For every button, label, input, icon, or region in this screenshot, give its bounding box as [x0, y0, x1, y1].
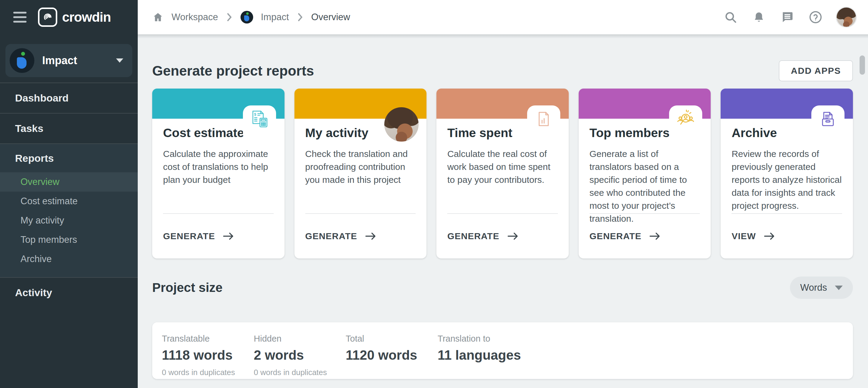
project-switcher[interactable]: Impact [5, 44, 132, 77]
project-logo-icon [241, 11, 253, 24]
chevron-down-icon [835, 286, 843, 290]
page-title: Generate project reports [152, 63, 314, 79]
topbar-actions [723, 7, 856, 27]
sidebar-item-reports-cost-estimate[interactable]: Cost estimate [0, 192, 138, 211]
help-icon[interactable] [808, 10, 823, 24]
sidebar-item-dashboard[interactable]: Dashboard [0, 83, 138, 113]
people-search-icon [676, 109, 695, 129]
chevron-right-icon [297, 12, 304, 22]
stat-translatable: Translatable 1118 words 0 words in dupli… [162, 334, 254, 379]
project-size-title: Project size [152, 281, 222, 295]
arrow-right-icon [365, 232, 376, 240]
card-time-spent[interactable]: Time spent Calculate the real cost of wo… [436, 89, 569, 258]
arrow-right-icon [507, 232, 519, 240]
messages-chat-icon[interactable] [780, 10, 795, 24]
topbar-shadow [138, 34, 868, 38]
project-name: Impact [42, 54, 108, 67]
card-top-members[interactable]: Top members Generate a list of translato… [579, 89, 711, 258]
project-logo-icon [10, 48, 34, 73]
invoice-calculator-icon: $ [250, 109, 270, 129]
sidebar-item-reports-my-activity[interactable]: My activity [0, 211, 138, 230]
card-description: Review the records of previously generat… [732, 147, 842, 212]
search-icon[interactable] [723, 10, 738, 24]
sidebar-item-reports-archive[interactable]: Archive [0, 250, 138, 269]
generate-button[interactable]: GENERATE [590, 231, 661, 241]
document-chart-icon [534, 109, 554, 129]
sidebar-item-tasks[interactable]: Tasks [0, 114, 138, 143]
unit-selector-dropdown[interactable]: Words [790, 277, 853, 299]
archive-box-icon [818, 109, 838, 129]
stat-hidden: Hidden 2 words 0 words in duplicates [254, 334, 346, 379]
breadcrumb-project[interactable]: Impact [261, 12, 289, 23]
sidebar-header: crowdin [0, 0, 138, 34]
crowdin-logo[interactable]: crowdin [38, 7, 111, 27]
sidebar-item-reports-top-members[interactable]: Top members [0, 230, 138, 250]
sidebar: crowdin Impact Dashboard Tasks Reports O… [0, 0, 138, 388]
add-apps-button[interactable]: ADD APPS [779, 60, 853, 81]
generate-button[interactable]: GENERATE [163, 231, 234, 241]
card-description: Calculate the approximate cost of transl… [163, 147, 274, 186]
view-button[interactable]: VIEW [732, 231, 775, 241]
chevron-right-icon [226, 12, 233, 22]
report-cards: $ Cost estimate Calculate the approximat… [152, 89, 853, 258]
svg-text:$: $ [254, 112, 256, 117]
main-content: Generate project reports ADD APPS $ [138, 34, 868, 388]
generate-button[interactable]: GENERATE [305, 231, 376, 241]
breadcrumb-workspace[interactable]: Workspace [172, 12, 218, 23]
arrow-right-icon [649, 232, 661, 240]
card-my-activity[interactable]: My activity Check the translation and pr… [294, 89, 427, 258]
breadcrumb: Workspace Impact Overview [152, 11, 350, 24]
user-avatar[interactable] [837, 7, 856, 27]
breadcrumb-current-page: Overview [311, 12, 350, 23]
user-avatar [384, 107, 418, 141]
card-cost-estimate[interactable]: $ Cost estimate Calculate the approximat… [152, 89, 284, 258]
notifications-bell-icon[interactable] [752, 10, 766, 24]
scrollbar-thumb[interactable] [860, 56, 865, 75]
topbar: Workspace Impact Overview [138, 0, 868, 34]
card-description: Check the translation and proofreading c… [305, 147, 416, 186]
hamburger-menu-icon[interactable] [13, 12, 27, 23]
home-icon[interactable] [152, 12, 164, 23]
sidebar-item-activity[interactable]: Activity [0, 278, 138, 308]
card-description: Calculate the real cost of work based on… [447, 147, 558, 186]
crowdin-logo-text: crowdin [62, 10, 111, 25]
crowdin-logo-icon [38, 7, 57, 27]
stat-translation-to: Translation to 11 languages [438, 334, 521, 379]
project-size-stats: Translatable 1118 words 0 words in dupli… [152, 322, 853, 379]
card-archive[interactable]: Archive Review the records of previously… [721, 89, 853, 258]
chevron-down-icon [116, 59, 123, 63]
sidebar-reports-section: Reports Overview Cost estimate My activi… [0, 144, 138, 277]
sidebar-item-reports[interactable]: Reports [0, 144, 138, 172]
sidebar-item-reports-overview[interactable]: Overview [0, 172, 138, 192]
arrow-right-icon [223, 232, 234, 240]
stat-total: Total 1120 words [346, 334, 438, 379]
generate-button[interactable]: GENERATE [447, 231, 518, 241]
arrow-right-icon [764, 232, 775, 240]
